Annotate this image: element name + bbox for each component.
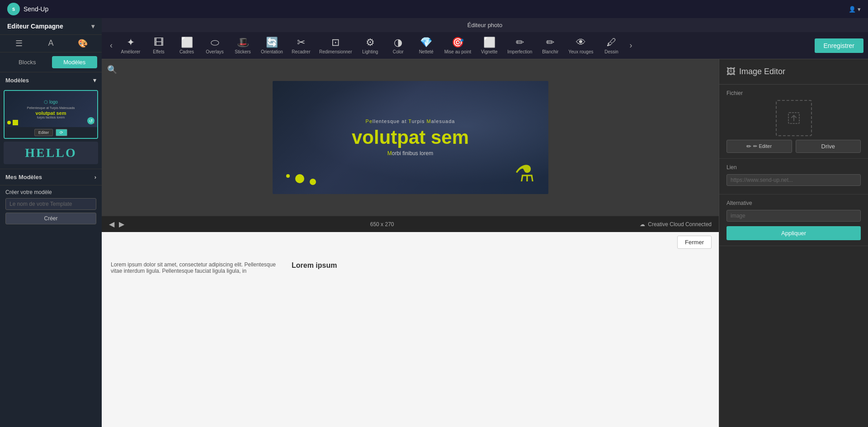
sidebar-paint-icon[interactable]: 🎨 [68, 37, 97, 50]
top-bar-right: 👤 ▾ [849, 6, 861, 13]
center-right-wrapper: Éditeur photo ‹ ✦ Améliorer 🎞 Effets ⬜ C… [102, 18, 868, 427]
user-account[interactable]: 👤 ▾ [849, 6, 861, 13]
top-bar-left: s Send-Up [7, 3, 48, 15]
mes-modeles-header[interactable]: Mes Modèles › [0, 169, 102, 185]
toolbar-ameliorer[interactable]: ✦ Améliorer [117, 35, 144, 56]
apply-button[interactable]: Appliquer [726, 226, 861, 240]
toolbar-nettete[interactable]: 💎 Netteté [413, 35, 440, 56]
editor-panel: Éditeur photo ‹ ✦ Améliorer 🎞 Effets ⬜ C… [102, 18, 868, 59]
app-logo: s [7, 3, 20, 15]
fermer-button[interactable]: Fermer [677, 236, 712, 249]
canvas-image[interactable]: Pellentesque at Turpis Malesuada volutpa… [273, 81, 548, 194]
canvas-area: 🔍 Pellentesque at Turpis Malesuada volut… [102, 59, 719, 216]
alternative-input[interactable] [726, 210, 861, 222]
drive-button[interactable]: Drive [796, 140, 861, 153]
top-bar: s Send-Up 👤 ▾ [0, 0, 868, 18]
toolbar-color[interactable]: ◑ Color [385, 35, 412, 56]
recadrer-icon: ✂ [297, 37, 305, 48]
canvas-bottom-bar: ◀ ▶ 650 x 270 ☁ Creative Cloud Connected [102, 216, 719, 232]
toolbar-blanchir[interactable]: ✏ Blanchir [537, 35, 564, 56]
fermer-bar: Fermer [102, 232, 719, 252]
main-layout: Editeur Campagne ▾ ☰ A 🎨 Blocks Modèles … [0, 18, 868, 427]
save-button[interactable]: Enregistrer [815, 38, 863, 53]
template-card-actions: Editer ⟳ [5, 127, 97, 138]
toolbar-redimensionner[interactable]: ⊡ Redimensionner [316, 35, 356, 56]
editor-toolbar: ‹ ✦ Améliorer 🎞 Effets ⬜ Cadres ⬭ Overla… [102, 32, 868, 59]
redimensionner-icon: ⊡ [331, 37, 340, 48]
canvas-back-btn[interactable]: ◀ [109, 220, 114, 228]
orientation-icon: 🔄 [266, 37, 278, 48]
vignette-icon: ⬜ [483, 37, 495, 48]
canvas-main-title: volutpat sem [352, 127, 469, 148]
imperfection-icon: ✏ [516, 37, 524, 48]
toolbar-overlays[interactable]: ⬭ Overlays [201, 35, 228, 56]
create-template-button[interactable]: Créer [5, 213, 96, 224]
canvas-subtitle: Pellentesque at Turpis Malesuada [366, 119, 455, 124]
toolbar-dessin[interactable]: 🖊 Dessin [598, 35, 625, 56]
toolbar-lighting[interactable]: ⚙ Lighting [357, 35, 384, 56]
toolbar-vignette[interactable]: ⬜ Vignette [476, 35, 503, 56]
overlays-icon: ⬭ [211, 37, 219, 48]
sidebar-blocks-icon[interactable]: ☰ [5, 37, 33, 50]
create-template-label: Créer votre modèle [5, 189, 96, 195]
template-name-input[interactable] [5, 198, 96, 210]
template-select-btn[interactable]: ⟳ [56, 129, 67, 136]
canvas-column: 🔍 Pellentesque at Turpis Malesuada volut… [102, 59, 719, 427]
body-text: Lorem ipsum dolor sit amet, consectetur … [111, 261, 283, 274]
toolbar-effets[interactable]: 🎞 Effets [145, 35, 172, 56]
lien-input[interactable] [726, 174, 861, 186]
stickers-icon: 🎩 [237, 37, 249, 48]
template-logo: ⬡ logo [44, 100, 58, 104]
flask-icon: ⚗ [514, 161, 535, 187]
lighting-icon: ⚙ [366, 37, 375, 48]
template-tagline: Pellentesque at Turpis Malesuada [27, 106, 75, 109]
zoom-icon[interactable]: 🔍 [107, 65, 117, 75]
app-name: Send-Up [24, 5, 48, 13]
canvas-dots [286, 174, 316, 185]
canvas-forward-btn[interactable]: ▶ [119, 220, 124, 228]
template-grid: ⬡ logo Pellentesque at Turpis Malesuada … [0, 88, 102, 169]
sidebar-icon-row: ☰ A 🎨 [0, 35, 102, 52]
sidebar-expand-icon[interactable]: ▾ [91, 23, 94, 30]
template-card-1[interactable]: ⬡ logo Pellentesque at Turpis Malesuada … [4, 90, 98, 139]
right-panel: 🖼 Image Editor Fichier ✏ ✏ Edi [719, 59, 868, 427]
fichier-section: Fichier ✏ ✏ Editer Drive [719, 85, 868, 159]
toolbar-cadres[interactable]: ⬜ Cadres [173, 35, 200, 56]
canvas-bottom-text: Morbi finibus lorem [387, 150, 433, 157]
adobe-icon: ☁ [640, 221, 645, 228]
edit-pencil-icon: ✏ [746, 143, 751, 150]
template-edit-btn[interactable]: Editer [34, 129, 53, 136]
sidebar-text-icon[interactable]: A [36, 37, 65, 50]
toolbar-mise-au-point[interactable]: 🎯 Mise au point [441, 35, 475, 56]
tab-modeles[interactable]: Modèles [52, 56, 98, 68]
lorem-title: Lorem ipsum [292, 261, 710, 270]
color-icon: ◑ [394, 37, 402, 48]
tab-blocks[interactable]: Blocks [5, 56, 50, 68]
ameliorer-icon: ✦ [127, 37, 135, 48]
toolbar-orientation[interactable]: 🔄 Orientation [257, 35, 287, 56]
toolbar-imperfection[interactable]: ✏ Imperfection [504, 35, 536, 56]
blanchir-icon: ✏ [546, 37, 554, 48]
toolbar-yeux-rouges[interactable]: 👁 Yeux rouges [565, 35, 597, 56]
body-text-area: Lorem ipsum dolor sit amet, consectetur … [111, 261, 283, 274]
toolbar-next-btn[interactable]: › [626, 39, 636, 52]
canvas-nav: ◀ ▶ [109, 220, 124, 228]
template-main-title: volutpat sem [36, 110, 66, 116]
modeles-section-header[interactable]: Modèles ▾ [0, 72, 102, 88]
template-refresh-icon[interactable]: ↺ [87, 117, 94, 124]
rp-action-buttons: ✏ ✏ Editer Drive [726, 140, 861, 153]
editor-title: Éditeur photo [102, 18, 868, 32]
dot-med [310, 179, 316, 185]
toolbar-prev-btn[interactable]: ‹ [106, 39, 116, 52]
template-card-2[interactable]: HELLO [4, 142, 98, 164]
dessin-icon: 🖊 [607, 37, 617, 48]
canvas-right-wrapper: 🔍 Pellentesque at Turpis Malesuada volut… [102, 59, 868, 427]
upload-box[interactable] [776, 100, 812, 136]
toolbar-stickers[interactable]: 🎩 Stickers [229, 35, 256, 56]
lien-section: Lien [719, 159, 868, 195]
edit-button[interactable]: ✏ ✏ Editer [726, 140, 792, 153]
toolbar-recadrer[interactable]: ✂ Recadrer [288, 35, 315, 56]
cadres-icon: ⬜ [181, 37, 193, 48]
page-content: Lorem ipsum dolor sit amet, consectetur … [102, 252, 719, 427]
dot-big [295, 174, 304, 183]
